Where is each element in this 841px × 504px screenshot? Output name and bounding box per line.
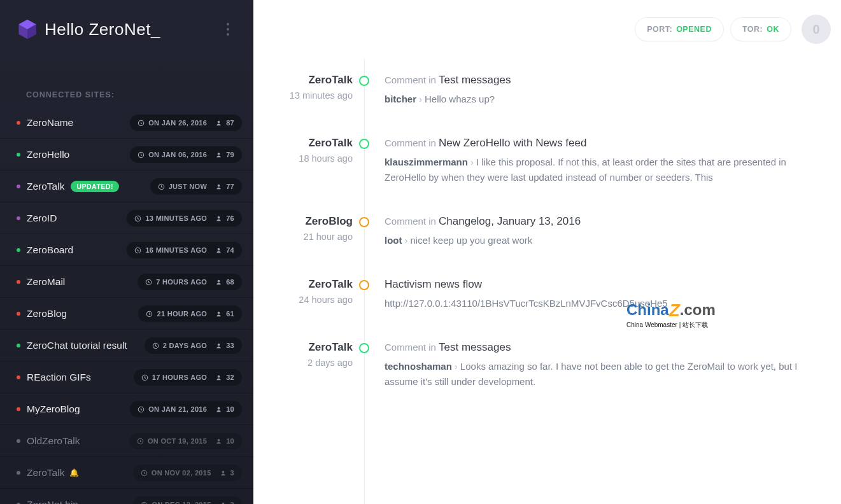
timeline-ring-icon bbox=[359, 280, 369, 290]
svg-point-10 bbox=[218, 216, 220, 218]
feed-item[interactable]: ZeroTalk18 hours agoComment in New ZeroH… bbox=[253, 122, 841, 200]
feed-ago: 18 hours ago bbox=[253, 153, 353, 164]
sidebar-header: Hello ZeroNet_ bbox=[0, 0, 253, 59]
feed-title-line: Comment in Changelog, January 13, 2016 bbox=[385, 215, 581, 228]
clock-icon bbox=[145, 279, 152, 286]
site-name: MyZeroBlog bbox=[27, 403, 80, 415]
user-icon bbox=[220, 501, 227, 505]
feed-prefix: Comment in bbox=[385, 342, 439, 353]
site-row[interactable]: MyZeroBlogON JAN 21, 201610 bbox=[0, 393, 253, 425]
site-name: ZeroTalk bbox=[27, 181, 64, 192]
site-row[interactable]: ZeroBlog21 HOUR AGO61 bbox=[0, 298, 253, 330]
feed-item[interactable]: ZeroTalk2 days agoComment in Test messag… bbox=[253, 326, 841, 404]
updated-badge: UPDATED! bbox=[71, 181, 118, 192]
user-avatar[interactable]: 0 bbox=[802, 15, 831, 44]
site-row[interactable]: ZeroChat tutorial result2 DAYS AGO33 bbox=[0, 330, 253, 361]
site-peers: 33 bbox=[226, 342, 234, 349]
feed-title-line: Hactivism news flow bbox=[385, 278, 668, 291]
feed-text: http://127.0.0.1:43110/1BHsVTucrTcsKBzLn… bbox=[385, 298, 668, 309]
site-time: 7 HOURS AGO bbox=[156, 278, 207, 286]
news-feed: ChinaZ.com China Webmaster | 站长下载 ZeroTa… bbox=[253, 59, 841, 504]
svg-point-8 bbox=[218, 184, 220, 186]
user-icon bbox=[215, 406, 222, 413]
status-dot-icon bbox=[17, 248, 20, 252]
site-row[interactable]: ZeroNameON JAN 26, 201687 bbox=[0, 107, 253, 139]
site-name: ZeroHello bbox=[27, 149, 69, 160]
timeline-ring-icon bbox=[359, 343, 369, 353]
site-time: JUST NOW bbox=[169, 183, 207, 190]
site-meta-pill: 21 HOUR AGO61 bbox=[138, 305, 242, 322]
feed-user: klauszimmermann bbox=[385, 157, 468, 167]
site-row[interactable]: ZeroBoard16 MINUTES AGO74 bbox=[0, 234, 253, 266]
site-row[interactable]: REaction GIFs17 HOURS AGO32 bbox=[0, 361, 253, 393]
feed-source: ZeroTalk bbox=[253, 341, 353, 354]
site-peers: 10 bbox=[226, 405, 234, 413]
site-meta-pill: ON OCT 19, 201510 bbox=[129, 433, 242, 449]
site-name: OldZeroTalk bbox=[27, 435, 80, 447]
feed-ago: 21 hour ago bbox=[253, 232, 353, 242]
feed-title: New ZeroHello with News feed bbox=[439, 137, 586, 149]
site-name: ZeroBlog bbox=[27, 308, 67, 319]
site-peers: 68 bbox=[226, 278, 234, 286]
feed-item-meta: ZeroTalk13 minutes ago bbox=[253, 74, 364, 106]
site-time: 21 HOUR AGO bbox=[157, 310, 207, 318]
status-dot-icon bbox=[17, 471, 20, 475]
clock-icon bbox=[141, 470, 148, 477]
timeline-ring-icon bbox=[359, 217, 369, 227]
site-row[interactable]: ZeroTalk🔔ON NOV 02, 20153 bbox=[0, 457, 253, 489]
app-logo-icon bbox=[17, 18, 38, 40]
feed-text: Hello whazs up? bbox=[425, 94, 495, 104]
feed-prefix: Comment in bbox=[385, 216, 439, 227]
feed-title-line: Comment in New ZeroHello with News feed bbox=[385, 137, 814, 150]
tor-label: TOR: bbox=[742, 25, 763, 34]
user-icon bbox=[215, 215, 222, 222]
user-icon bbox=[215, 183, 222, 190]
feed-item[interactable]: ZeroTalk13 minutes agoComment in Test me… bbox=[253, 59, 841, 122]
tor-status-chip[interactable]: TOR: OK bbox=[730, 17, 791, 41]
site-meta-pill: 2 DAYS AGO33 bbox=[145, 337, 242, 354]
feed-item-meta: ZeroBlog21 hour ago bbox=[253, 215, 364, 248]
site-meta-pill: 7 HOURS AGO68 bbox=[138, 274, 242, 290]
site-name: ZeroBoard bbox=[27, 244, 73, 256]
status-dot-icon bbox=[17, 153, 20, 157]
port-status-chip[interactable]: PORT: OPENED bbox=[635, 17, 724, 41]
feed-item-content: Comment in Test messagesbitcher›Hello wh… bbox=[374, 74, 511, 106]
feed-body: loot›nice! keep up you great work bbox=[385, 233, 581, 248]
site-meta-pill: ON JAN 21, 201610 bbox=[130, 401, 242, 417]
feed-item[interactable]: ZeroTalk24 hours agoHactivism news flowh… bbox=[253, 263, 841, 326]
feed-body: http://127.0.0.1:43110/1BHsVTucrTcsKBzLn… bbox=[385, 296, 668, 311]
feed-item[interactable]: ZeroBlog21 hour agoComment in Changelog,… bbox=[253, 200, 841, 263]
site-row[interactable]: OldZeroTalkON OCT 19, 201510 bbox=[0, 425, 253, 457]
site-peers: 3 bbox=[230, 501, 234, 504]
feed-item-meta: ZeroTalk24 hours ago bbox=[253, 278, 364, 311]
tor-value: OK bbox=[767, 25, 779, 34]
site-meta-pill: JUST NOW77 bbox=[150, 178, 242, 195]
feed-user: bitcher bbox=[385, 94, 416, 104]
site-time: ON JAN 06, 2016 bbox=[148, 151, 207, 158]
more-menu-button[interactable] bbox=[219, 20, 237, 38]
site-peers: 3 bbox=[230, 469, 234, 477]
user-icon bbox=[215, 438, 222, 445]
site-row[interactable]: ZeroNet.binON DEC 12, 20153 bbox=[0, 489, 253, 504]
user-icon bbox=[215, 120, 222, 127]
site-time: ON JAN 26, 2016 bbox=[148, 119, 207, 127]
site-row[interactable]: ZeroMail7 HOURS AGO68 bbox=[0, 266, 253, 298]
site-peers: 76 bbox=[226, 214, 234, 222]
site-row[interactable]: ZeroID13 MINUTES AGO76 bbox=[0, 202, 253, 234]
site-name: ZeroName bbox=[27, 117, 73, 129]
site-peers: 87 bbox=[226, 119, 234, 127]
site-meta-pill: ON JAN 06, 201679 bbox=[130, 146, 242, 163]
site-name: ZeroID bbox=[27, 213, 57, 224]
site-name: REaction GIFs bbox=[27, 372, 91, 383]
site-peers: 77 bbox=[226, 183, 234, 190]
port-value: OPENED bbox=[676, 25, 712, 34]
site-row[interactable]: ZeroHelloON JAN 06, 201679 bbox=[0, 139, 253, 171]
site-row[interactable]: ZeroTalkUPDATED!JUST NOW77 bbox=[0, 171, 253, 202]
clock-icon bbox=[134, 215, 141, 222]
site-meta-pill: 17 HOURS AGO32 bbox=[134, 369, 242, 386]
feed-item-content: Comment in Changelog, January 13, 2016lo… bbox=[374, 215, 581, 248]
site-name: ZeroChat tutorial result bbox=[27, 340, 127, 351]
user-icon bbox=[215, 151, 222, 158]
site-peers: 32 bbox=[226, 374, 234, 381]
svg-point-18 bbox=[218, 343, 220, 346]
